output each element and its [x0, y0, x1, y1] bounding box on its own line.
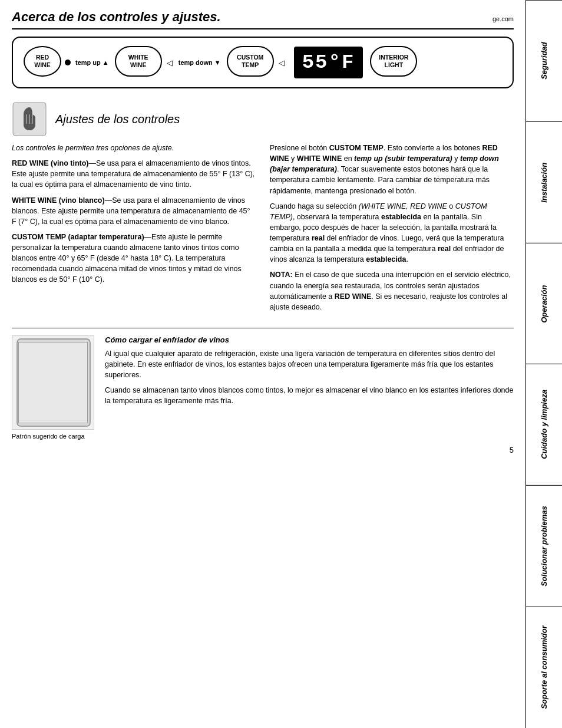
white-wine-para: WHITE WINE (vino blanco)—Se usa para el … — [12, 195, 256, 227]
two-column-section: Los controles le permiten tres opciones … — [12, 143, 514, 317]
svg-rect-4 — [23, 361, 84, 363]
svg-rect-5 — [23, 378, 84, 380]
interior-light-group: INTERIORLIGHT — [370, 46, 417, 79]
svg-point-8 — [29, 362, 37, 376]
page-number: 5 — [12, 446, 514, 454]
col-left: Los controles le permiten tres opciones … — [12, 143, 256, 317]
white-wine-group: WHITEWINE — [115, 46, 162, 79]
white-wine-arrow: ◁ — [167, 58, 173, 67]
svg-rect-1 — [17, 339, 90, 426]
section-header-row: Ajustes de los controles — [12, 101, 514, 137]
main-content: Acerca de los controles y ajustes. ge.co… — [0, 0, 525, 464]
bottom-para-1: Al igual que cualquier aparato de refrig… — [105, 348, 514, 380]
page-title: Acerca de los controles y ajustes. — [12, 9, 221, 25]
bottom-section: Patrón sugerido de carga Cómo cargar el … — [12, 328, 514, 440]
svg-point-12 — [76, 362, 84, 376]
bottom-text: Cómo cargar el enfriador de vinos Al igu… — [105, 335, 514, 440]
sidebar-item-operacion[interactable]: Operación — [526, 243, 562, 364]
right-sidebar: Seguridad Instalación Operación Cuidado … — [525, 0, 562, 728]
svg-point-19 — [41, 397, 49, 411]
section-title: Ajustes de los controles — [55, 113, 180, 126]
svg-point-13 — [29, 380, 37, 394]
sidebar-item-cuidado[interactable]: Cuidado y limpieza — [526, 364, 562, 485]
temp-up-label: temp up ▲ — [75, 59, 109, 66]
svg-point-22 — [76, 397, 84, 411]
temperature-display: 55°F — [294, 47, 363, 78]
red-wine-button[interactable]: REDWINE — [24, 46, 61, 77]
svg-point-21 — [64, 397, 72, 411]
temp-down-label: temp down ▼ — [178, 59, 221, 66]
sidebar-item-solucionar[interactable]: Solucionar problemas — [526, 485, 562, 607]
bottom-section-title: Cómo cargar el enfriador de vinos — [105, 335, 514, 344]
svg-point-14 — [41, 380, 49, 394]
sidebar-item-soporte[interactable]: Soporte al consumidor — [526, 607, 562, 728]
svg-point-10 — [52, 362, 61, 376]
svg-point-20 — [52, 397, 61, 411]
svg-rect-7 — [23, 414, 84, 416]
sidebar-item-instalacion[interactable]: Instalación — [526, 121, 562, 243]
nota-para: NOTA: En el caso de que suceda una inter… — [270, 269, 514, 312]
fridge-image-container: Patrón sugerido de carga — [12, 335, 94, 440]
red-wine-group: REDWINE — [24, 46, 61, 79]
custom-temp-para: CUSTOM TEMP (adaptar temperatura)—Este a… — [12, 232, 256, 285]
ge-com-label: ge.com — [492, 15, 514, 22]
interior-light-button[interactable]: INTERIORLIGHT — [370, 46, 417, 77]
bottom-para-2: Cuando se almacenan tanto vinos blancos … — [105, 385, 514, 406]
selection-instruction: Cuando haga su selección (WHITE WINE, RE… — [270, 201, 514, 265]
wrench-icon — [12, 101, 47, 137]
svg-point-9 — [41, 362, 49, 376]
svg-rect-3 — [36, 344, 71, 350]
col-right: Presione el botón CUSTOM TEMP. Esto conv… — [270, 143, 514, 317]
svg-point-17 — [76, 380, 84, 394]
svg-rect-6 — [23, 396, 84, 398]
white-wine-button[interactable]: WHITEWINE — [115, 46, 162, 77]
red-wine-dot — [65, 60, 71, 65]
control-diagram: REDWINE temp up ▲ WHITEWINE ◁ temp down … — [12, 37, 514, 88]
fridge-caption: Patrón sugerido de carga — [12, 433, 94, 440]
custom-temp-button[interactable]: CUSTOMTEMP — [227, 46, 274, 77]
svg-rect-2 — [21, 343, 86, 422]
fridge-illustration — [12, 335, 94, 430]
custom-temp-group: CUSTOMTEMP — [227, 46, 274, 79]
svg-point-16 — [64, 380, 72, 394]
page-header: Acerca de los controles y ajustes. ge.co… — [12, 9, 514, 29]
red-wine-para: RED WINE (vino tinto)—Se usa para el alm… — [12, 158, 256, 190]
svg-point-15 — [52, 380, 61, 394]
custom-temp-arrow: ◁ — [279, 58, 285, 67]
sidebar-item-seguridad[interactable]: Seguridad — [526, 0, 562, 121]
custom-temp-instruction: Presione el botón CUSTOM TEMP. Esto conv… — [270, 143, 514, 196]
svg-point-11 — [64, 362, 72, 376]
svg-point-18 — [29, 397, 37, 411]
intro-text: Los controles le permiten tres opciones … — [12, 143, 256, 153]
